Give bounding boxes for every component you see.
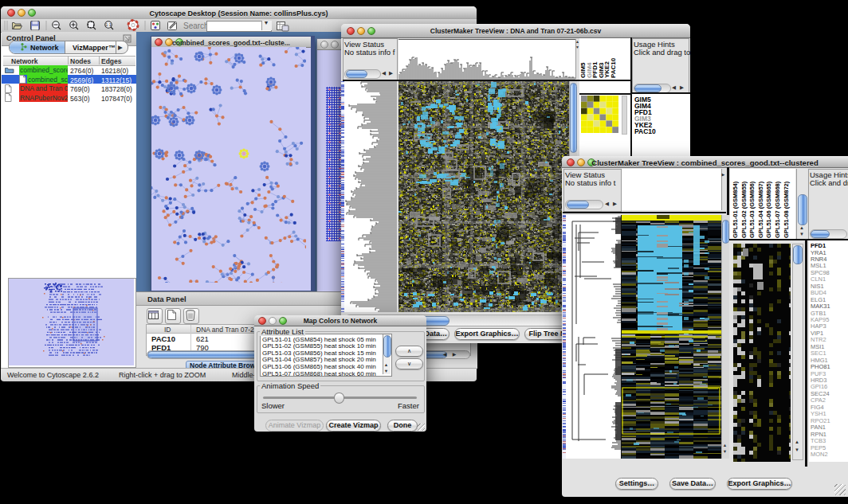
svg-text:1:1: 1:1 <box>106 22 112 27</box>
